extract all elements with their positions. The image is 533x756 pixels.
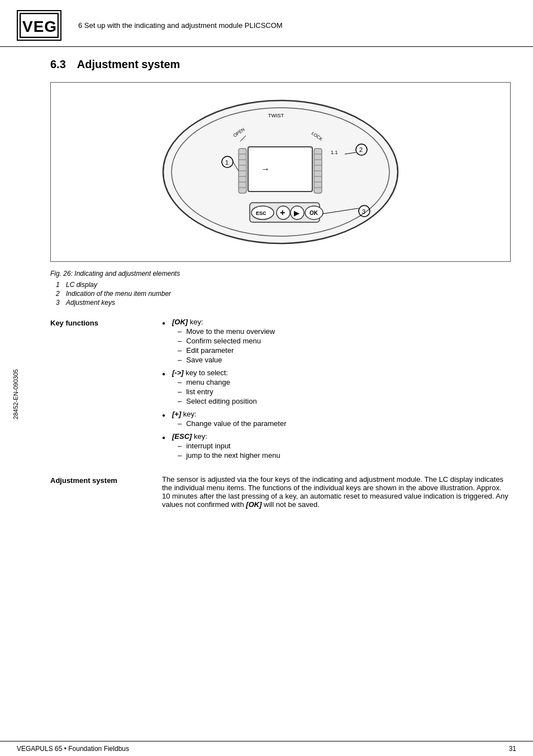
- page-header: VEGA 6 Set up with the indicating and ad…: [0, 0, 533, 47]
- key-esc-item: [ESC] key: –interrupt input –jump to the…: [162, 432, 511, 461]
- esc-sub-1: –interrupt input: [172, 442, 280, 450]
- svg-text:ESC: ESC: [256, 210, 266, 216]
- device-diagram: TWIST OPEN LOCK 1 2 3: [50, 82, 511, 262]
- adjustment-system-section: Adjustment system The sensor is adjusted…: [50, 475, 511, 509]
- chapter-title: 6 Set up with the indicating and adjustm…: [78, 21, 283, 30]
- key-plus-sublist: –Change value of the parameter: [172, 419, 286, 428]
- key-arrow-label: [->] key to select:: [172, 369, 228, 377]
- figure-item-1: 1LC display: [56, 281, 511, 289]
- key-esc-sublist: –interrupt input –jump to the next highe…: [172, 442, 280, 460]
- arrow-sub-3: –Select editing position: [172, 397, 257, 405]
- svg-text:VEGA: VEGA: [22, 18, 59, 35]
- plus-sub-1: –Change value of the parameter: [172, 419, 286, 428]
- bullet-icon-4: [162, 432, 172, 441]
- figure-caption: Fig. 26: Indicating and adjustment eleme…: [50, 270, 511, 277]
- figure-item-3: 3Adjustment keys: [56, 299, 511, 307]
- key-arrow-sublist: –menu change –list entry –Select editing…: [172, 378, 257, 405]
- esc-sub-2: –jump to the next higher menu: [172, 451, 280, 460]
- ok-sub-1: –Move to the menu overview: [172, 327, 275, 336]
- key-arrow-item: [->] key to select: –menu change –list e…: [162, 369, 511, 406]
- key-functions-section: Key functions [OK] key: –Move to the men…: [50, 318, 511, 464]
- figure-list: 1LC display 2Indication of the menu item…: [50, 281, 511, 307]
- ok-sub-3: –Edit parameter: [172, 346, 275, 355]
- svg-text:▶: ▶: [294, 209, 299, 217]
- key-functions-content: [OK] key: –Move to the menu overview –Co…: [162, 318, 511, 464]
- figure-item-2: 2Indication of the menu item number: [56, 290, 511, 298]
- adjustment-system-label: Adjustment system: [50, 475, 162, 509]
- key-ok-label: [OK] key:: [172, 318, 203, 326]
- adjustment-system-paragraph: The sensor is adjusted via the four keys…: [162, 475, 511, 509]
- svg-text:1.1: 1.1: [331, 150, 338, 155]
- bullet-icon-1: [162, 318, 172, 327]
- key-ok-sublist: –Move to the menu overview –Confirm sele…: [172, 327, 275, 364]
- bullet-icon-3: [162, 410, 172, 419]
- svg-rect-29: [248, 147, 312, 192]
- key-ok-item: [OK] key: –Move to the menu overview –Co…: [162, 318, 511, 365]
- svg-text:2: 2: [359, 146, 363, 153]
- footer-product-name: VEGAPULS 65 • Foundation Fieldbus: [17, 745, 129, 753]
- key-esc-label: [ESC] key:: [172, 432, 207, 441]
- svg-text:+: +: [280, 208, 285, 217]
- footer-page-number: 31: [509, 745, 516, 753]
- key-plus-item: [+] key: –Change value of the parameter: [162, 410, 511, 429]
- bullet-icon-2: [162, 369, 172, 377]
- svg-text:1: 1: [225, 159, 229, 166]
- page-footer: VEGAPULS 65 • Foundation Fieldbus 31: [0, 741, 533, 756]
- svg-text:3: 3: [362, 208, 365, 215]
- svg-text:→: →: [261, 164, 270, 174]
- adjustment-system-text: The sensor is adjusted via the four keys…: [162, 475, 511, 509]
- main-content: 6.3Adjustment system TWIST OPEN LOCK 1 2: [17, 47, 533, 531]
- sidebar-document-id: 28452-EN-090305: [12, 369, 19, 419]
- svg-text:OK: OK: [310, 210, 318, 216]
- ok-sub-2: –Confirm selected menu: [172, 337, 275, 345]
- key-plus-label: [+] key:: [172, 410, 197, 418]
- arrow-sub-2: –list entry: [172, 387, 257, 396]
- section-title: 6.3Adjustment system: [50, 58, 511, 71]
- ok-sub-4: –Save value: [172, 356, 275, 364]
- svg-text:TWIST: TWIST: [268, 113, 284, 118]
- arrow-sub-1: –menu change: [172, 378, 257, 386]
- key-functions-list: [OK] key: –Move to the menu overview –Co…: [162, 318, 511, 461]
- vega-logo: VEGA: [17, 10, 61, 41]
- key-functions-label: Key functions: [50, 318, 162, 464]
